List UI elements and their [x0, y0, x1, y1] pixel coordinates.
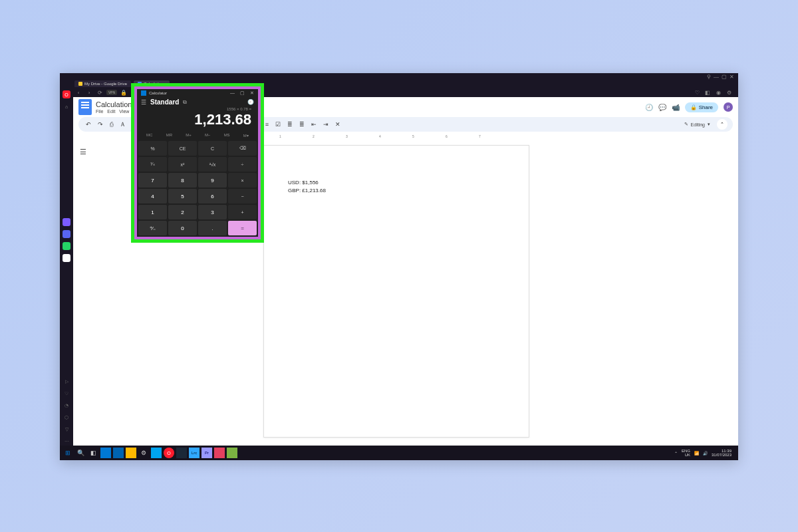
steam-icon[interactable] — [176, 448, 187, 458]
share-button[interactable]: 🔒 Share — [685, 102, 718, 112]
home-icon[interactable]: ⌂ — [63, 102, 70, 110]
discord-icon[interactable] — [63, 230, 70, 238]
maximize-icon[interactable]: ▢ — [722, 74, 727, 80]
calc-key-×[interactable]: × — [228, 173, 257, 188]
meet-icon[interactable]: 📹 — [672, 104, 680, 111]
calc-key-2[interactable]: 2 — [168, 205, 197, 219]
history-icon[interactable]: 🕘 — [645, 104, 653, 111]
menu-file[interactable]: File — [96, 109, 103, 114]
lightroom-icon[interactable]: Lrc — [189, 448, 200, 458]
calc-key-=[interactable]: = — [228, 221, 257, 235]
indent-button[interactable]: ⇥ — [321, 120, 331, 129]
calc-key-1[interactable]: 1 — [138, 205, 167, 219]
tray-chevron-icon[interactable]: ⌃ — [674, 451, 678, 456]
calc-key-3[interactable]: 3 — [198, 205, 227, 219]
reload-button[interactable]: ⟳ — [96, 90, 104, 96]
minimize-icon[interactable]: — — [230, 90, 235, 96]
calc-key-0[interactable]: 0 — [168, 221, 197, 235]
calc-key-CE[interactable]: CE — [168, 141, 197, 156]
taskbar-app-icon[interactable] — [214, 448, 225, 458]
print-button[interactable]: ⎙ — [108, 120, 115, 129]
mem-sub-button[interactable]: M− — [203, 132, 212, 138]
back-button[interactable]: ‹ — [74, 90, 82, 96]
taskbar-app-icon[interactable] — [100, 448, 111, 458]
opera-icon[interactable]: O — [164, 448, 174, 458]
collapse-toolbar-button[interactable]: ⌃ — [717, 119, 728, 130]
calc-key-⌫[interactable]: ⌫ — [228, 141, 257, 156]
close-icon[interactable]: ✕ — [730, 74, 734, 80]
close-icon[interactable]: ✕ — [250, 90, 254, 96]
minimize-icon[interactable]: — — [714, 74, 719, 80]
calc-key-8[interactable]: 8 — [168, 173, 197, 188]
calc-key-%[interactable]: % — [138, 141, 167, 156]
menu-view[interactable]: View — [119, 109, 129, 114]
tiktok-icon[interactable] — [63, 254, 70, 262]
sidebar-icon[interactable]: ▽ — [63, 426, 70, 434]
calc-key-÷[interactable]: ÷ — [228, 157, 257, 172]
menu-icon[interactable]: ⚙ — [725, 90, 733, 96]
addr-icon[interactable]: ♡ — [693, 90, 701, 96]
hamburger-icon[interactable]: ☰ — [141, 99, 146, 106]
search-icon[interactable]: ⚲ — [707, 74, 711, 80]
docs-logo-icon[interactable] — [78, 99, 92, 115]
calc-key-¹⁄ₓ[interactable]: ¹⁄ₓ — [138, 157, 167, 172]
profile-icon[interactable]: ◉ — [714, 90, 722, 96]
editing-mode-button[interactable]: ✎ Editing ▾ — [684, 122, 710, 127]
calc-key-9[interactable]: 9 — [198, 173, 227, 188]
sidebar-icon[interactable]: ♡ — [63, 390, 70, 398]
undo-button[interactable]: ↶ — [84, 120, 93, 129]
sidebar-app-icon[interactable] — [63, 218, 70, 226]
dedent-button[interactable]: ⇤ — [309, 120, 319, 129]
calc-key-7[interactable]: 7 — [138, 173, 167, 188]
settings-icon[interactable]: ⚙ — [138, 448, 149, 458]
document-page[interactable]: USD: $1,556 GBP: £1,213.68 — [263, 145, 529, 438]
calc-key-C[interactable]: C — [198, 141, 227, 156]
mail-icon[interactable] — [113, 448, 124, 458]
edge-icon[interactable] — [151, 448, 162, 458]
calc-key-⁺⁄₋[interactable]: ⁺⁄₋ — [138, 221, 167, 235]
wifi-icon[interactable]: 📶 — [694, 451, 699, 456]
explorer-icon[interactable] — [126, 448, 136, 458]
spellcheck-button[interactable]: Ａ — [118, 119, 128, 130]
tab-drive[interactable]: My Drive - Google Drive — [74, 80, 131, 87]
whatsapp-icon[interactable] — [63, 242, 70, 250]
system-tray[interactable]: ⌃ ENG UK 📶 🔊 11:39 31/07/2023 — [674, 449, 735, 457]
outline-toggle-button[interactable]: ☰ — [80, 148, 86, 156]
bullets-button[interactable]: ≣ — [285, 120, 295, 129]
redo-button[interactable]: ↷ — [96, 120, 105, 129]
addr-icon[interactable]: ◧ — [704, 90, 712, 96]
calc-key-.[interactable]: . — [198, 221, 227, 235]
forward-button[interactable]: › — [85, 90, 93, 96]
opera-logo-icon[interactable]: O — [63, 90, 70, 98]
mem-clear-button[interactable]: MC — [145, 132, 154, 138]
start-button[interactable]: ⊞ — [63, 448, 73, 458]
mem-store-button[interactable]: MS — [223, 132, 231, 138]
keep-on-top-icon[interactable]: ⧉ — [183, 99, 187, 106]
spacing-button[interactable]: ≡ — [263, 120, 271, 129]
mem-recall-button[interactable]: MR — [165, 132, 174, 138]
search-button[interactable]: 🔍 — [75, 448, 86, 458]
task-view-button[interactable]: ◧ — [88, 448, 98, 458]
numbers-button[interactable]: ≣ — [297, 120, 307, 129]
calc-key-+[interactable]: + — [228, 205, 257, 219]
vpn-badge[interactable]: VPN — [106, 90, 117, 95]
calc-key-6[interactable]: 6 — [198, 189, 227, 203]
sidebar-more-icon[interactable]: ⋯ — [63, 438, 70, 446]
calc-key-5[interactable]: 5 — [168, 189, 197, 203]
comments-icon[interactable]: 💬 — [658, 104, 666, 111]
menu-edit[interactable]: Edit — [107, 109, 115, 114]
calc-key-²√x[interactable]: ²√x — [198, 157, 227, 172]
calc-key-4[interactable]: 4 — [138, 189, 167, 203]
sidebar-icon[interactable]: ◔ — [63, 402, 70, 410]
calc-key-x²[interactable]: x² — [168, 157, 197, 172]
avatar[interactable]: P — [724, 102, 733, 112]
taskbar-app-icon[interactable] — [227, 448, 237, 458]
maximize-icon[interactable]: ▢ — [240, 90, 245, 96]
sidebar-icon[interactable]: ⬡ — [63, 414, 70, 422]
volume-icon[interactable]: 🔊 — [703, 451, 708, 456]
mem-list-button[interactable]: M▾ — [242, 132, 250, 138]
vertical-ruler[interactable] — [88, 144, 94, 442]
document-title[interactable]: Calculations — [96, 100, 136, 108]
history-icon[interactable]: 🕘 — [247, 99, 254, 105]
mem-add-button[interactable]: M+ — [184, 132, 193, 138]
